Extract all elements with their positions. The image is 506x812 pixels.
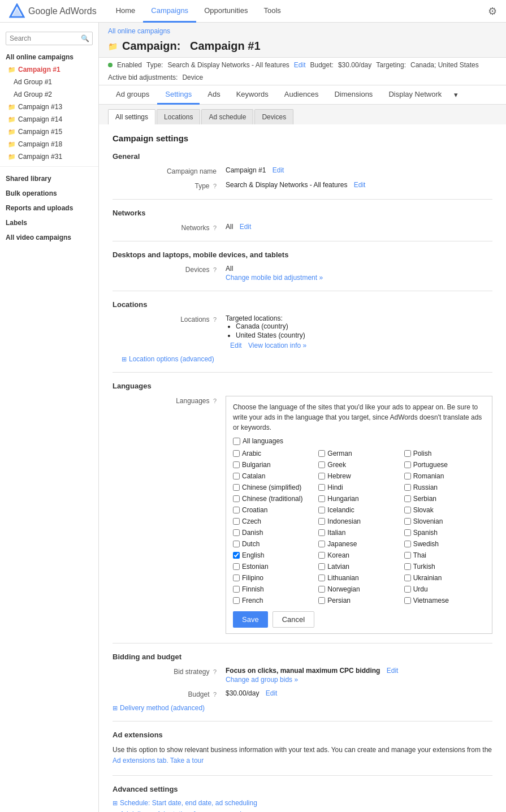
lang-hungarian-cb[interactable] [318, 495, 325, 502]
lang-arabic-cb[interactable] [233, 450, 240, 457]
lang-filipino-cb[interactable] [233, 575, 240, 581]
type-help-icon[interactable]: ? [213, 183, 217, 189]
lang-portuguese-cb[interactable] [404, 461, 411, 468]
networks-help-icon[interactable]: ? [213, 224, 217, 231]
lang-lithuanian-cb[interactable] [318, 575, 325, 581]
lang-chinese-t-cb[interactable] [233, 495, 240, 502]
ad-extensions-tab-link[interactable]: Ad extensions tab. [113, 757, 168, 765]
bid-help-icon[interactable]: ? [213, 668, 217, 675]
lang-polish-cb[interactable] [404, 450, 411, 457]
lang-norwegian-cb[interactable] [318, 586, 325, 593]
sub-tab-locations[interactable]: Locations [157, 109, 200, 124]
all-video-campaigns[interactable]: All video campaigns [0, 229, 98, 244]
lang-all-checkbox[interactable] [233, 438, 240, 445]
lang-czech-cb[interactable] [233, 518, 240, 525]
lang-bulgarian-cb[interactable] [233, 461, 240, 468]
lang-finnish-cb[interactable] [233, 586, 240, 593]
lang-persian-cb[interactable] [318, 597, 325, 604]
tab-ad-groups[interactable]: Ad groups [108, 85, 157, 105]
nav-campaigns[interactable]: Campaigns [143, 0, 196, 23]
nav-tools[interactable]: Tools [256, 0, 288, 23]
lang-vietnamese-cb[interactable] [404, 597, 411, 604]
bulk-operations[interactable]: Bulk operations [0, 185, 98, 200]
lang-slovenian-cb[interactable] [404, 518, 411, 525]
tab-keywords[interactable]: Keywords [228, 85, 276, 105]
sidebar-item-campaign1[interactable]: 📁 Campaign #1 [0, 63, 98, 76]
search-input[interactable] [6, 32, 93, 45]
budget-help-icon[interactable]: ? [213, 691, 217, 698]
bid-strategy-edit[interactable]: Edit [387, 667, 399, 675]
sidebar-item-adgroup2[interactable]: Ad Group #2 [0, 88, 98, 101]
lang-english-cb[interactable] [233, 552, 240, 559]
sub-tab-ad-schedule[interactable]: Ad schedule [201, 109, 253, 124]
save-button[interactable]: Save [233, 611, 268, 628]
breadcrumb[interactable]: All online campaigns [99, 23, 506, 37]
sub-tab-all-settings[interactable]: All settings [108, 109, 155, 124]
locations-view-info[interactable]: View location info » [248, 342, 306, 349]
change-mobile-bid[interactable]: Change mobile bid adjustment » [226, 274, 492, 282]
devices-help-icon[interactable]: ? [213, 266, 217, 273]
sub-tab-devices[interactable]: Devices [254, 109, 293, 124]
lang-thai-cb[interactable] [404, 552, 411, 559]
sidebar-item-campaign14[interactable]: 📁 Campaign #14 [0, 113, 98, 126]
lang-croatian-cb[interactable] [233, 507, 240, 513]
lang-german-cb[interactable] [318, 450, 325, 457]
reports-uploads[interactable]: Reports and uploads [0, 200, 98, 214]
lang-french-cb[interactable] [233, 597, 240, 604]
tab-display-network[interactable]: Display Network [380, 85, 449, 105]
tab-more[interactable]: ▾ [449, 86, 462, 103]
lang-korean-cb[interactable] [318, 552, 325, 559]
lang-spanish-cb[interactable] [404, 529, 411, 536]
sidebar-item-campaign18[interactable]: 📁 Campaign #18 [0, 138, 98, 150]
advanced-schedule[interactable]: ⊞ Schedule: Start date, end date, ad sch… [113, 799, 492, 807]
nav-home[interactable]: Home [108, 0, 144, 23]
nav-opportunities[interactable]: Opportunities [196, 0, 256, 23]
delivery-method-advanced[interactable]: ⊞ Delivery method (advanced) [113, 704, 492, 712]
shared-library[interactable]: Shared library [0, 170, 98, 185]
lang-danish-cb[interactable] [233, 529, 240, 536]
lang-hebrew-cb[interactable] [318, 473, 325, 480]
lang-indonesian-cb[interactable] [318, 518, 325, 525]
lang-urdu-cb[interactable] [404, 586, 411, 593]
gear-icon[interactable]: ⚙ [488, 5, 497, 18]
lang-hindi-cb[interactable] [318, 484, 325, 491]
tab-dimensions[interactable]: Dimensions [326, 85, 380, 105]
sidebar-item-campaign13[interactable]: 📁 Campaign #13 [0, 101, 98, 113]
sidebar-item-campaign31[interactable]: 📁 Campaign #31 [0, 150, 98, 163]
lang-greek-cb[interactable] [318, 461, 325, 468]
lang-russian-cb[interactable] [404, 484, 411, 491]
lang-estonian-cb[interactable] [233, 563, 240, 570]
labels[interactable]: Labels [0, 214, 98, 229]
type-edit[interactable]: Edit [354, 181, 366, 189]
lang-dutch-cb[interactable] [233, 541, 240, 547]
sidebar-item-campaign15[interactable]: 📁 Campaign #15 [0, 126, 98, 138]
lang-chinese-s-cb[interactable] [233, 484, 240, 491]
lang-latvian-cb[interactable] [318, 563, 325, 570]
lang-ukrainian-cb[interactable] [404, 575, 411, 581]
lang-italian-cb[interactable] [318, 529, 325, 536]
all-campaigns-label[interactable]: All online campaigns [0, 49, 98, 63]
take-a-tour-link[interactable]: Take a tour [170, 757, 204, 765]
lang-icelandic-cb[interactable] [318, 507, 325, 513]
status-type-edit[interactable]: Edit [294, 61, 306, 69]
sidebar-item-adgroup1[interactable]: Ad Group #1 [0, 76, 98, 88]
lang-turkish-cb[interactable] [404, 563, 411, 570]
lang-catalan-cb[interactable] [233, 473, 240, 480]
lang-serbian-cb[interactable] [404, 495, 411, 502]
lang-slovak-cb[interactable] [404, 507, 411, 513]
campaign-name-edit[interactable]: Edit [273, 166, 284, 174]
lang-swedish-cb[interactable] [404, 541, 411, 547]
tab-audiences[interactable]: Audiences [276, 85, 327, 105]
networks-edit[interactable]: Edit [240, 223, 252, 231]
lang-romanian-cb[interactable] [404, 473, 411, 480]
location-options-advanced[interactable]: ⊞ Location options (advanced) [122, 355, 492, 363]
tab-settings[interactable]: Settings [157, 85, 200, 105]
budget-edit[interactable]: Edit [266, 689, 278, 697]
tab-ads[interactable]: Ads [200, 85, 228, 105]
lang-japanese-cb[interactable] [318, 541, 325, 547]
languages-help-icon[interactable]: ? [213, 398, 217, 404]
locations-help-icon[interactable]: ? [213, 316, 217, 323]
change-ad-group-bids[interactable]: Change ad group bids » [226, 676, 492, 684]
locations-edit[interactable]: Edit [230, 342, 242, 349]
cancel-button[interactable]: Cancel [273, 611, 314, 628]
